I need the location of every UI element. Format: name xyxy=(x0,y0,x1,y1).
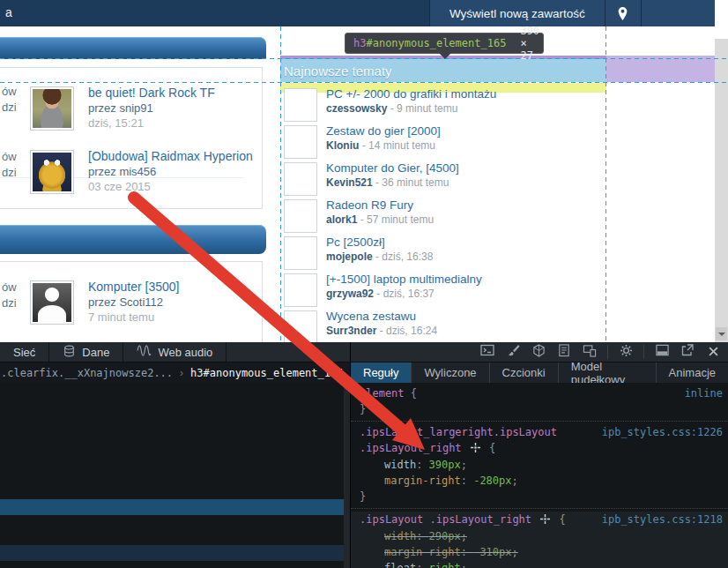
topic-author-link[interactable]: Kloniu xyxy=(326,139,359,152)
topic-title-link[interactable]: Radeon R9 Fury xyxy=(326,198,434,212)
post-timestamp: 7 minut temu xyxy=(88,310,180,324)
markup-view[interactable] xyxy=(0,383,350,568)
topic-title-link[interactable]: Wycena zestawu xyxy=(326,310,437,323)
css-declaration[interactable]: margin-right: -310px; xyxy=(351,544,728,560)
post-stat-fragment: ów xyxy=(2,280,17,294)
css-declaration[interactable]: margin-right: -280px; xyxy=(351,473,728,489)
default-person-avatar xyxy=(33,283,71,322)
responsive-mode-button[interactable] xyxy=(580,344,599,360)
sidebar-tab-animacje[interactable]: Animacje xyxy=(657,362,728,383)
post-avatar[interactable] xyxy=(30,280,74,325)
database-icon xyxy=(63,345,76,360)
post-title-link[interactable]: be quiet! Dark Rock TF xyxy=(88,86,215,100)
tooltip-id-selector: #anonymous_element_165 xyxy=(366,37,506,49)
console-icon xyxy=(480,344,494,360)
topic-title-link[interactable]: Komputer do Gier, [4500] xyxy=(326,161,459,175)
topic-title-link[interactable]: Zestaw do gier [2000] xyxy=(326,124,441,138)
toolbar-separator xyxy=(607,345,608,359)
css-rules-view: element {inline}.ipsLayout_largeright.ip… xyxy=(351,383,728,568)
css-declaration[interactable]: width: 390px; xyxy=(351,457,728,473)
post-title-link[interactable]: Komputer [3500] xyxy=(88,280,180,294)
markup-hovered-row[interactable] xyxy=(0,545,344,561)
breadcrumb-current-node[interactable]: h3#anonymous_element_165 xyxy=(190,367,343,379)
page-scrollbar-down-button[interactable] xyxy=(716,327,727,340)
close-button[interactable] xyxy=(703,344,723,360)
close-icon xyxy=(709,344,718,360)
sidebar-tab-czcionki[interactable]: Czcionki xyxy=(490,362,559,383)
inspector-guide-vertical-left xyxy=(280,26,281,342)
topic-meta: alork1 - 57 minut temu xyxy=(326,213,434,226)
rule-close-brace: } xyxy=(351,489,728,504)
css-rule: element {inline} xyxy=(351,385,728,417)
settings-gear-button[interactable] xyxy=(616,344,635,360)
topic-author-link[interactable]: Kevin521 xyxy=(326,176,373,189)
scratchpad-button[interactable] xyxy=(554,344,574,360)
forum-section-header-bar-2 xyxy=(0,225,266,254)
devtools-tab-dane[interactable]: Dane xyxy=(49,342,123,362)
highlight-matches-icon[interactable] xyxy=(540,512,550,528)
css-rule-selector[interactable]: .ipsLayout_largeright.ipsLayoutipb_style… xyxy=(351,424,728,440)
css-property-value: 290px xyxy=(429,530,461,542)
css-property-value: right xyxy=(429,562,461,568)
location-pin-button[interactable] xyxy=(605,0,642,26)
topic-avatar[interactable] xyxy=(284,125,317,159)
highlight-matches-icon[interactable] xyxy=(471,441,480,457)
latest-topics-list: PC +/- 2000 do grafiki i montażuczessows… xyxy=(280,87,608,342)
topic-author-link[interactable]: alork1 xyxy=(326,213,357,226)
css-rule-selector[interactable]: .ipsLayout .ipsLayout_right {ipb_styles.… xyxy=(351,512,728,528)
topic-avatar[interactable] xyxy=(284,236,317,270)
forum-section-header-bar xyxy=(0,37,266,59)
topic-author-link[interactable]: grzywa92 xyxy=(326,288,374,300)
css-property-name: margin-right xyxy=(384,475,461,487)
topic-title-link[interactable]: [+-1500] laptop multimedialny xyxy=(326,273,482,286)
topic-meta: Kevin521 - 36 minut temu xyxy=(326,176,459,189)
paintbrush-button[interactable] xyxy=(503,344,523,360)
sidebar-tab-reguły[interactable]: Reguły xyxy=(351,362,412,383)
split-panel-button[interactable] xyxy=(652,344,672,360)
sidebar-tab-wyliczone[interactable]: Wyliczone xyxy=(412,362,489,383)
page-scrollbar-track[interactable] xyxy=(715,39,728,342)
devtools-tab-sieć[interactable]: Sieć xyxy=(0,342,49,362)
post-title-link[interactable]: [Obudowa] Raidmax Hyperion xyxy=(88,149,253,163)
topic-title-link[interactable]: Pc [2500zł] xyxy=(326,235,433,249)
breadcrumb-parent-node[interactable]: .clearfix.__xXnajnowsze2... xyxy=(1,367,173,379)
inspector-breadcrumb-bar: .clearfix.__xXnajnowsze2... › h3#anonymo… xyxy=(0,362,350,383)
sidebar-tab-model-pudełkowy[interactable]: Model pudełkowy xyxy=(559,362,657,383)
3d-view-button[interactable] xyxy=(529,344,548,360)
topic-author-link[interactable]: Surr3nder xyxy=(326,325,376,337)
inspector-guide-horizontal-bottom xyxy=(0,82,728,83)
post-avatar[interactable] xyxy=(30,150,74,194)
devtools-panel-tabs: SiećDaneWeb audio xyxy=(0,342,350,362)
stylesheet-source-link[interactable]: inline xyxy=(685,385,723,401)
post-author-byline[interactable]: przez mis456 xyxy=(88,165,253,178)
post-author-byline[interactable]: przez snip91 xyxy=(88,101,215,115)
css-declaration[interactable]: float: right; xyxy=(351,560,728,568)
topic-avatar[interactable] xyxy=(284,273,317,307)
topic-avatar[interactable] xyxy=(284,88,317,122)
topic-title-link[interactable]: PC +/- 2000 do grafiki i montażu xyxy=(326,87,496,101)
topic-avatar[interactable] xyxy=(284,310,317,342)
css-rule-selector[interactable]: element {inline xyxy=(351,385,728,401)
css-property-value: -310px xyxy=(473,546,511,558)
stylesheet-source-link[interactable]: ipb_styles.css:1226 xyxy=(602,424,723,440)
stylesheet-source-link[interactable]: ipb_styles.css:1218 xyxy=(602,512,723,527)
topic-avatar[interactable] xyxy=(284,199,317,233)
css-rule-selector[interactable]: .ipsLayout_right { xyxy=(351,440,728,457)
topic-author-link[interactable]: mojepole xyxy=(326,250,373,263)
view-new-content-button[interactable]: Wyświetl nową zawartość xyxy=(430,0,605,26)
topic-list-item: PC +/- 2000 do grafiki i montażuczessows… xyxy=(280,87,608,124)
markup-selected-row[interactable] xyxy=(0,499,344,515)
markup-scrollbar[interactable] xyxy=(344,383,350,568)
post-avatar[interactable] xyxy=(30,86,74,131)
popout-button[interactable] xyxy=(678,344,697,360)
devtools-tab-web-audio[interactable]: Web audio xyxy=(123,342,227,362)
topic-avatar[interactable] xyxy=(284,162,317,196)
inspector-guide-horizontal-top xyxy=(0,58,728,59)
post-author-byline[interactable]: przez Scoti112 xyxy=(88,295,180,309)
css-declaration[interactable]: width: 290px; xyxy=(351,528,728,544)
topic-author-link[interactable]: czessowsky xyxy=(326,102,387,115)
rule-close-brace: } xyxy=(351,401,728,417)
console-button[interactable] xyxy=(478,344,497,360)
location-pin-icon xyxy=(617,6,628,21)
post-stat-fragment: dzi xyxy=(2,166,17,179)
